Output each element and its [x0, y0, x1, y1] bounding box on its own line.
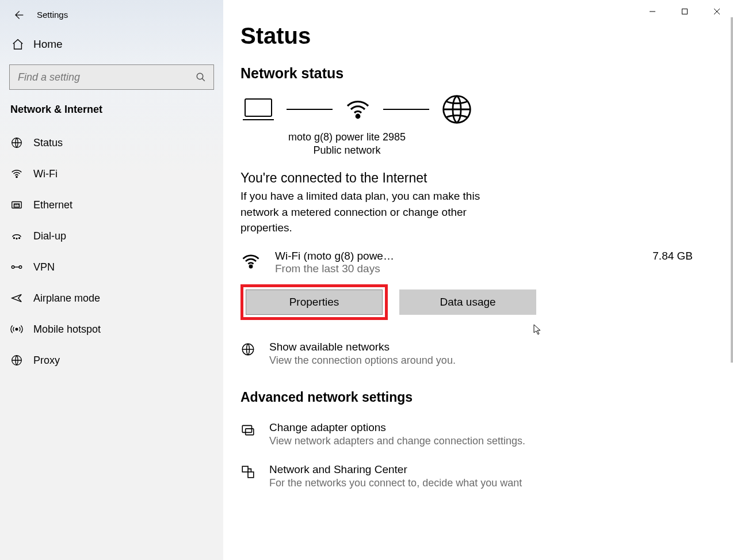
svg-point-13 [356, 115, 360, 118]
show-available-networks[interactable]: Show available networks View the connect… [240, 341, 716, 367]
window-title: Settings [37, 10, 68, 20]
network-sharing-center[interactable]: Network and Sharing Center For the netwo… [240, 463, 716, 489]
sharing-icon [240, 463, 258, 489]
advanced-header: Advanced network settings [240, 390, 716, 405]
ethernet-icon [10, 199, 23, 211]
annotation-highlight: Properties [240, 284, 388, 320]
sidebar-category: Network & Internet [0, 104, 223, 127]
globe-icon [10, 136, 23, 149]
connected-title: You're connected to the Internet [240, 170, 716, 186]
button-label: Data usage [440, 296, 495, 308]
main-content: Status Network status moto g(8) power li… [223, 0, 733, 560]
sidebar-item-label: Wi-Fi [33, 168, 58, 180]
computer-icon [242, 96, 275, 123]
svg-point-6 [16, 238, 17, 239]
connection-row: Wi-Fi (moto g(8) powe… From the last 30 … [240, 250, 716, 275]
cursor-icon [533, 324, 543, 336]
dialup-icon [10, 230, 23, 242]
maximize-button[interactable] [669, 0, 701, 23]
back-button[interactable] [13, 9, 23, 20]
properties-button[interactable]: Properties [246, 289, 383, 315]
globe-icon [441, 93, 473, 125]
connected-desc: If you have a limited data plan, you can… [240, 188, 517, 236]
svg-point-8 [12, 266, 14, 269]
svg-rect-20 [248, 472, 254, 478]
button-label: Properties [289, 296, 339, 308]
svg-point-9 [19, 266, 22, 269]
sidebar-home-label: Home [33, 38, 63, 51]
search-input[interactable] [9, 64, 214, 90]
page-title: Status [240, 23, 716, 49]
wifi-icon [10, 167, 23, 180]
sidebar-item-label: Mobile hotspot [33, 323, 101, 336]
sidebar-item-wifi[interactable]: Wi-Fi [0, 158, 223, 189]
connection-usage: 7.84 GB [652, 250, 693, 262]
svg-rect-12 [245, 99, 272, 116]
diagram-profile: Public network [240, 144, 453, 157]
sidebar-item-proxy[interactable]: Proxy [0, 345, 223, 376]
svg-point-15 [250, 265, 252, 268]
sidebar-item-label: Airplane mode [33, 292, 100, 304]
network-status-header: Network status [240, 65, 716, 82]
sidebar-item-vpn[interactable]: VPN [0, 252, 223, 283]
sidebar-item-status[interactable]: Status [0, 127, 223, 158]
data-usage-button[interactable]: Data usage [399, 289, 536, 315]
link-title: Network and Sharing Center [269, 463, 522, 476]
sidebar-item-label: Status [33, 137, 63, 149]
link-desc: View network adapters and change connect… [269, 435, 525, 447]
svg-rect-18 [246, 428, 254, 435]
svg-point-10 [16, 328, 18, 330]
sidebar-item-hotspot[interactable]: Mobile hotspot [0, 314, 223, 345]
connection-meta: From the last 30 days [275, 262, 652, 275]
globe-icon [10, 354, 23, 367]
link-desc: View the connection options around you. [269, 355, 456, 367]
svg-rect-21 [682, 9, 688, 14]
sidebar-item-dialup[interactable]: Dial-up [0, 220, 223, 252]
svg-point-0 [197, 73, 203, 79]
sidebar-item-ethernet[interactable]: Ethernet [0, 189, 223, 220]
link-title: Show available networks [269, 341, 456, 353]
diagram-line [287, 109, 333, 110]
sidebar: Settings Home Network & Internet Stat [0, 0, 223, 560]
home-icon [12, 38, 24, 51]
sidebar-item-label: Ethernet [33, 199, 72, 211]
search-icon [196, 72, 206, 82]
sidebar-item-label: Dial-up [33, 230, 66, 242]
diagram-ssid: moto g(8) power lite 2985 [240, 131, 453, 143]
svg-point-5 [14, 238, 15, 239]
vpn-icon [10, 261, 23, 273]
hotspot-icon [10, 323, 23, 336]
diagram-line [383, 109, 429, 110]
close-button[interactable] [701, 0, 733, 23]
link-title: Change adapter options [269, 421, 525, 434]
sidebar-item-label: VPN [33, 261, 55, 273]
airplane-icon [10, 292, 23, 304]
minimize-button[interactable] [636, 0, 669, 23]
link-desc: For the networks you connect to, decide … [269, 477, 522, 489]
sidebar-item-airplane[interactable]: Airplane mode [0, 283, 223, 314]
change-adapter-options[interactable]: Change adapter options View network adap… [240, 421, 716, 447]
svg-point-7 [19, 238, 20, 239]
svg-rect-19 [242, 466, 248, 472]
network-diagram [242, 93, 716, 125]
sidebar-nav: Status Wi-Fi Ethernet Dial-up [0, 127, 223, 376]
scrollbar[interactable] [731, 17, 733, 363]
svg-point-2 [16, 176, 17, 177]
wifi-icon [240, 250, 275, 272]
sidebar-item-label: Proxy [33, 355, 60, 367]
adapter-icon [240, 421, 258, 447]
globe-icon [240, 341, 258, 367]
connection-name: Wi-Fi (moto g(8) powe… [275, 250, 652, 262]
window-caption [636, 0, 733, 23]
wifi-icon [344, 96, 372, 123]
sidebar-home[interactable]: Home [0, 29, 223, 64]
